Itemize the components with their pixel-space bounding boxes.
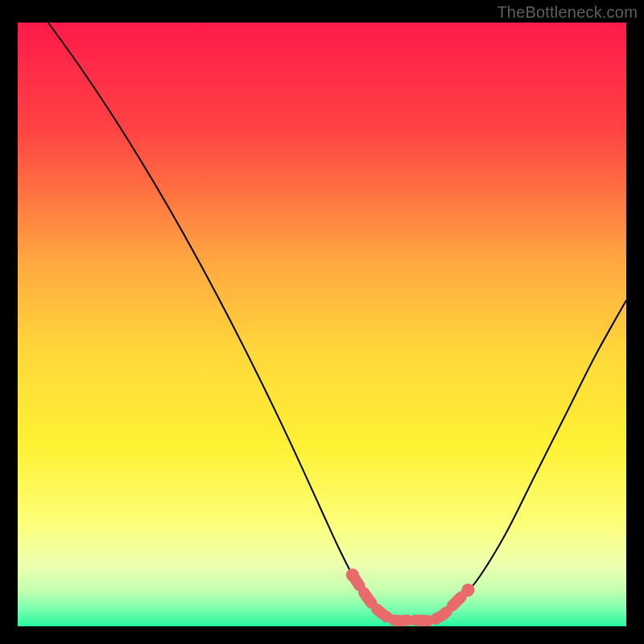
chart-svg — [0, 0, 644, 644]
plot-area — [18, 23, 626, 626]
chart-stage: TheBottleneck.com — [0, 0, 644, 644]
sweet-spot-dot — [346, 568, 359, 581]
watermark-text: TheBottleneck.com — [497, 3, 638, 22]
sweet-spot-dot — [461, 584, 474, 597]
